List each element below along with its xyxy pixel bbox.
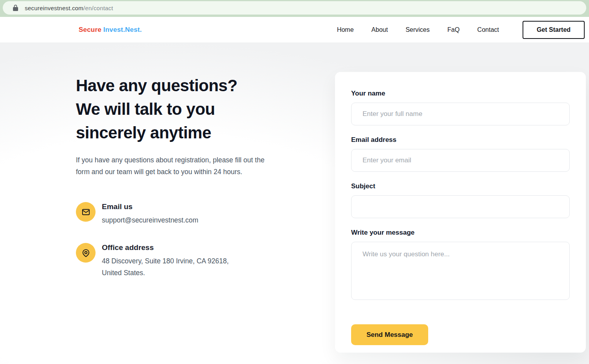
message-textarea[interactable] [351, 242, 570, 300]
contact-address-title: Office address [102, 243, 245, 252]
contact-item-address: Office address 48 Discovery, Suite 180 I… [76, 243, 283, 279]
contact-address-body: Office address 48 Discovery, Suite 180 I… [102, 243, 245, 279]
nav-link-home[interactable]: Home [337, 26, 354, 33]
subject-input[interactable] [351, 195, 570, 218]
contact-email-title: Email us [102, 202, 198, 211]
message-field-label: Write your message [351, 229, 570, 237]
contact-email-body: Email us support@secureinvestnest.com [102, 202, 198, 226]
page-title: Have any questions? We will talk to you … [76, 74, 283, 145]
contact-address-text: 48 Discovery, Suite 180 Irvine, CA 92618… [102, 255, 245, 279]
url-text: secureinvestnest.com/en/contact [25, 5, 113, 11]
send-message-button[interactable]: Send Message [351, 324, 428, 345]
email-field-label: Email address [351, 136, 570, 144]
map-pin-icon-circle [76, 243, 96, 263]
subject-field-label: Subject [351, 182, 570, 190]
name-input[interactable] [351, 103, 570, 125]
envelope-icon-circle [76, 202, 96, 222]
nav-link-about[interactable]: About [372, 26, 388, 33]
field-group-message: Write your message [351, 229, 570, 301]
page-title-line-3: sincerely anytime [76, 121, 283, 145]
email-input[interactable] [351, 149, 570, 172]
field-group-email: Email address [351, 136, 570, 172]
nav-link-faq[interactable]: FaQ [447, 26, 460, 33]
get-started-button[interactable]: Get Started [523, 21, 585, 39]
page-title-line-2: We will talk to you [76, 97, 283, 121]
contact-form-card: Your name Email address Subject Write yo… [335, 72, 586, 353]
hero-text-column: Have any questions? We will talk to you … [0, 42, 283, 296]
field-group-subject: Subject [351, 182, 570, 218]
nav-link-contact[interactable]: Contact [477, 26, 499, 33]
map-pin-icon [81, 248, 90, 257]
contact-item-email: Email us support@secureinvestnest.com [76, 202, 283, 226]
browser-url-bar: secureinvestnest.com/en/contact [0, 0, 589, 17]
site-header: Secure Invest.Nest. Home About Services … [0, 17, 589, 42]
address-bar[interactable]: secureinvestnest.com/en/contact [3, 1, 586, 15]
logo[interactable]: Secure Invest.Nest. [79, 26, 142, 34]
field-group-name: Your name [351, 90, 570, 125]
contact-hero-section: Have any questions? We will talk to you … [0, 42, 589, 364]
url-domain: secureinvestnest.com [25, 5, 83, 11]
name-field-label: Your name [351, 90, 570, 97]
main-nav: Home About Services FaQ Contact [337, 26, 499, 33]
page-title-line-1: Have any questions? [76, 74, 283, 97]
contact-info-list: Email us support@secureinvestnest.com Of… [76, 202, 283, 279]
lock-icon [13, 5, 18, 11]
contact-email-address: support@secureinvestnest.com [102, 214, 198, 226]
logo-part-investnest: Invest.Nest. [103, 26, 142, 33]
logo-part-secure: Secure [79, 26, 103, 33]
envelope-icon [81, 208, 90, 217]
url-path: /en/contact [83, 5, 113, 11]
hero-description: If you have any questions about registra… [76, 154, 267, 178]
nav-link-services[interactable]: Services [405, 26, 429, 33]
